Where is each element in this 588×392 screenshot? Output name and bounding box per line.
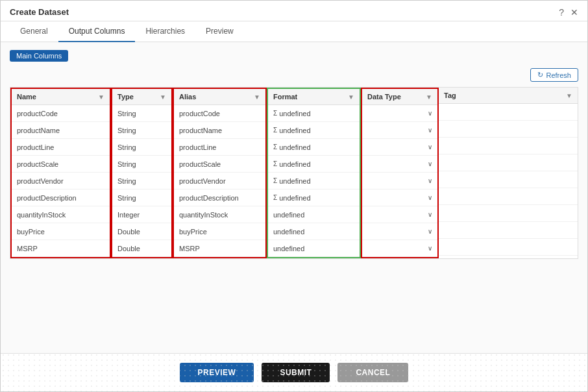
sigma-icon: Σ bbox=[273, 160, 277, 167]
columns-grid: Name ▼ productCode productName productLi… bbox=[10, 87, 578, 259]
dialog-footer: PREVIEW SUBMIT CANCEL bbox=[1, 353, 587, 391]
tag-column-header: Tag ▼ bbox=[439, 88, 578, 104]
dropdown-arrow-icon[interactable]: ∨ bbox=[428, 228, 432, 235]
type-filter-icon[interactable]: ▼ bbox=[160, 93, 166, 101]
list-item[interactable]: ∨ bbox=[362, 156, 437, 173]
refresh-icon: ↻ bbox=[537, 71, 543, 79]
tab-output-columns[interactable]: Output Columns bbox=[58, 21, 136, 42]
sigma-icon: Σ bbox=[273, 110, 277, 117]
cancel-button[interactable]: CANCEL bbox=[337, 363, 408, 382]
list-item bbox=[439, 171, 578, 188]
list-item: String bbox=[112, 156, 171, 173]
list-item[interactable]: ∨ bbox=[362, 105, 437, 122]
list-item: Σ undefined bbox=[268, 190, 360, 206]
list-item bbox=[439, 104, 578, 121]
header-icons: ? ✕ bbox=[559, 8, 578, 17]
list-item bbox=[439, 188, 578, 205]
dialog-body: Main Columns ↻ Refresh Name ▼ productCod… bbox=[1, 42, 587, 353]
help-icon[interactable]: ? bbox=[559, 8, 564, 17]
datatype-column: Data Type ▼ ∨ ∨ ∨ ∨ ∨ ∨ ∨ ∨ ∨ bbox=[361, 88, 439, 258]
dropdown-arrow-icon[interactable]: ∨ bbox=[428, 143, 432, 151]
dropdown-arrow-icon[interactable]: ∨ bbox=[428, 177, 432, 184]
list-item bbox=[439, 239, 578, 256]
list-item: productVendor bbox=[174, 173, 265, 190]
dropdown-arrow-icon[interactable]: ∨ bbox=[428, 160, 432, 167]
list-item: buyPrice bbox=[174, 223, 265, 240]
list-item[interactable]: ∨ bbox=[362, 240, 437, 257]
tab-preview[interactable]: Preview bbox=[195, 21, 244, 42]
list-item[interactable]: ∨ bbox=[362, 206, 437, 223]
list-item bbox=[439, 205, 578, 222]
dropdown-arrow-icon[interactable]: ∨ bbox=[428, 245, 432, 252]
list-item bbox=[439, 138, 578, 154]
list-item: String bbox=[112, 190, 171, 206]
list-item bbox=[439, 121, 578, 138]
list-item: Σ undefined bbox=[268, 139, 360, 156]
list-item: String bbox=[112, 122, 171, 139]
list-item: quantityInStock bbox=[12, 206, 110, 223]
dropdown-arrow-icon[interactable]: ∨ bbox=[428, 211, 432, 218]
datatype-filter-icon[interactable]: ▼ bbox=[426, 93, 432, 101]
alias-filter-icon[interactable]: ▼ bbox=[254, 93, 260, 101]
sigma-icon: Σ bbox=[273, 127, 277, 134]
list-item[interactable]: ∨ bbox=[362, 223, 437, 240]
tab-general[interactable]: General bbox=[10, 21, 58, 42]
list-item: String bbox=[112, 105, 171, 122]
list-item: productCode bbox=[12, 105, 110, 122]
list-item bbox=[439, 222, 578, 239]
list-item: String bbox=[112, 173, 171, 190]
tabs-bar: General Output Columns Hierarchies Previ… bbox=[1, 21, 587, 42]
tag-filter-icon[interactable]: ▼ bbox=[566, 92, 572, 99]
dropdown-arrow-icon[interactable]: ∨ bbox=[428, 127, 432, 134]
preview-button[interactable]: PREVIEW bbox=[180, 363, 254, 382]
dropdown-arrow-icon[interactable]: ∨ bbox=[428, 194, 432, 201]
list-item: Σ undefined bbox=[268, 156, 360, 173]
tab-hierarchies[interactable]: Hierarchies bbox=[135, 21, 195, 42]
list-item: productScale bbox=[12, 156, 110, 173]
list-item: undefined bbox=[268, 206, 360, 223]
alias-column-header: Alias ▼ bbox=[174, 89, 265, 105]
list-item: productName bbox=[12, 122, 110, 139]
list-item: productScale bbox=[174, 156, 265, 173]
dialog-title: Create Dataset bbox=[10, 7, 69, 17]
list-item: productName bbox=[174, 122, 265, 139]
sigma-icon: Σ bbox=[273, 177, 277, 184]
toolbar-right: ↻ Refresh bbox=[10, 68, 578, 82]
list-item: productLine bbox=[12, 139, 110, 156]
list-item: productVendor bbox=[12, 173, 110, 190]
list-item: buyPrice bbox=[12, 223, 110, 240]
list-item: productCode bbox=[174, 105, 265, 122]
submit-button[interactable]: SUBMIT bbox=[262, 363, 330, 382]
list-item: undefined bbox=[268, 240, 360, 257]
close-icon[interactable]: ✕ bbox=[570, 8, 578, 17]
list-item: MSRP bbox=[174, 240, 265, 257]
dropdown-arrow-icon[interactable]: ∨ bbox=[428, 110, 432, 117]
list-item[interactable]: ∨ bbox=[362, 173, 437, 190]
refresh-button[interactable]: ↻ Refresh bbox=[530, 68, 578, 82]
sigma-icon: Σ bbox=[273, 194, 277, 201]
create-dataset-dialog: Create Dataset ? ✕ General Output Column… bbox=[0, 0, 588, 392]
list-item: Σ undefined bbox=[268, 122, 360, 139]
list-item bbox=[439, 154, 578, 171]
format-column-header: Format ▼ bbox=[268, 89, 360, 105]
list-item[interactable]: ∨ bbox=[362, 122, 437, 139]
list-item: Double bbox=[112, 240, 171, 257]
tag-column: Tag ▼ bbox=[439, 88, 578, 258]
list-item: MSRP bbox=[12, 240, 110, 257]
list-item[interactable]: ∨ bbox=[362, 139, 437, 156]
alias-column: Alias ▼ productCode productName productL… bbox=[173, 88, 267, 258]
format-column: Format ▼ Σ undefined Σ undefined Σ undef… bbox=[267, 88, 361, 258]
list-item: Σ undefined bbox=[268, 173, 360, 190]
list-item: Integer bbox=[112, 206, 171, 223]
name-filter-icon[interactable]: ▼ bbox=[98, 93, 104, 101]
dialog-header: Create Dataset ? ✕ bbox=[1, 1, 587, 21]
list-item: String bbox=[112, 139, 171, 156]
sigma-icon: Σ bbox=[273, 143, 277, 151]
list-item[interactable]: ∨ bbox=[362, 190, 437, 206]
type-column: Type ▼ String String String String Strin… bbox=[111, 88, 173, 258]
list-item: Double bbox=[112, 223, 171, 240]
type-column-header: Type ▼ bbox=[112, 89, 171, 105]
list-item: quantityInStock bbox=[174, 206, 265, 223]
format-filter-icon[interactable]: ▼ bbox=[348, 93, 354, 101]
main-columns-badge: Main Columns bbox=[10, 50, 68, 62]
